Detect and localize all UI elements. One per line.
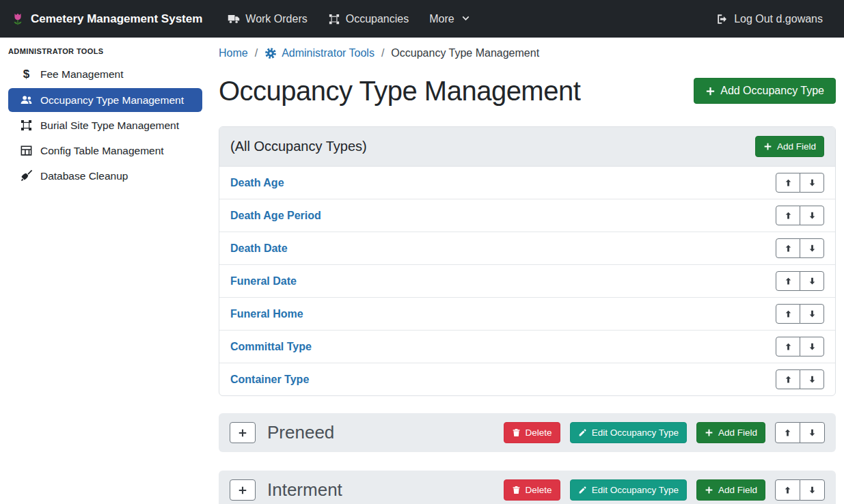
- reorder-group: [776, 369, 824, 389]
- move-up-button[interactable]: [776, 206, 800, 225]
- add-occupancy-type-button[interactable]: Add Occupancy Type: [694, 78, 836, 104]
- arrow-down-icon: [808, 375, 817, 384]
- arrow-down-icon: [808, 428, 817, 437]
- edit-occupancy-type-button[interactable]: Edit Occupancy Type: [570, 422, 687, 443]
- sidebar-item-label: Occupancy Type Management: [40, 94, 184, 107]
- plus-icon: [238, 486, 247, 495]
- nav-more[interactable]: More: [419, 13, 480, 25]
- dollar-icon: $: [20, 68, 33, 81]
- field-row: Funeral Home: [219, 298, 835, 331]
- plus-icon: [763, 142, 772, 151]
- move-down-button[interactable]: [800, 206, 824, 225]
- sidebar-item-label: Burial Site Type Management: [40, 120, 179, 132]
- sidebar-item-database-cleanup[interactable]: Database Cleanup: [8, 164, 202, 188]
- field-link[interactable]: Death Age: [230, 177, 284, 189]
- field-link[interactable]: Funeral Home: [230, 308, 303, 320]
- arrow-up-icon: [784, 178, 793, 187]
- reorder-group: [775, 479, 825, 501]
- add-occupancy-type-label: Add Occupancy Type: [720, 85, 824, 97]
- move-down-button[interactable]: [800, 271, 824, 291]
- move-down-button[interactable]: [800, 337, 824, 356]
- section-title: Preneed: [267, 422, 334, 443]
- arrow-up-icon: [784, 211, 793, 220]
- field-row: Committal Type: [219, 331, 835, 363]
- field-row: Death Age Period: [219, 199, 835, 232]
- table-icon: [20, 144, 33, 157]
- move-down-button[interactable]: [800, 238, 824, 258]
- arrow-up-icon: [784, 244, 793, 253]
- main-content: Home / Administrator Tools / Occupancy T…: [219, 38, 836, 504]
- frame-icon: [20, 119, 33, 132]
- arrow-down-icon: [808, 244, 817, 253]
- arrow-up-icon: [783, 486, 792, 494]
- expand-button[interactable]: [230, 422, 256, 443]
- field-link[interactable]: Committal Type: [230, 341, 312, 353]
- breadcrumb-admin-tools-link[interactable]: Administrator Tools: [264, 46, 375, 61]
- reorder-group: [776, 238, 824, 258]
- delete-button[interactable]: Delete: [504, 422, 560, 443]
- delete-button[interactable]: Delete: [504, 479, 560, 501]
- field-row: Container Type: [219, 363, 835, 395]
- nav-work-orders[interactable]: Work Orders: [217, 13, 317, 25]
- section-title: Interment: [267, 479, 342, 501]
- sidebar-item-label: Fee Management: [40, 68, 124, 81]
- edit-label: Edit Occupancy Type: [592, 428, 679, 438]
- move-up-button[interactable]: [776, 238, 800, 258]
- nav-occupancies[interactable]: Occupancies: [318, 13, 420, 25]
- card-header: (All Occupancy Types) Add Field: [219, 127, 835, 167]
- sidebar-item-burial-site-type-management[interactable]: Burial Site Type Management: [8, 113, 202, 137]
- sidebar-item-occupancy-type-management[interactable]: Occupancy Type Management: [8, 88, 202, 112]
- field-link[interactable]: Death Age Period: [230, 210, 321, 222]
- nav-occupancies-label: Occupancies: [346, 13, 409, 25]
- field-link[interactable]: Container Type: [230, 374, 309, 386]
- move-up-button[interactable]: [775, 422, 800, 443]
- app-brand[interactable]: Cemetery Management System: [11, 12, 202, 26]
- move-up-button[interactable]: [776, 369, 800, 389]
- arrow-up-icon: [784, 375, 793, 384]
- move-down-button[interactable]: [800, 479, 825, 501]
- arrow-down-icon: [808, 309, 817, 318]
- add-field-label: Add Field: [718, 428, 757, 438]
- reorder-group: [776, 304, 824, 324]
- breadcrumb-separator: /: [381, 46, 384, 61]
- move-down-button[interactable]: [800, 369, 824, 389]
- breadcrumb-separator: /: [255, 46, 258, 61]
- sidebar-heading: ADMINISTRATOR TOOLS: [0, 38, 210, 61]
- arrow-down-icon: [808, 178, 817, 187]
- move-up-button[interactable]: [775, 479, 800, 501]
- move-up-button[interactable]: [776, 304, 800, 324]
- add-field-button[interactable]: Add Field: [696, 479, 765, 501]
- move-down-button[interactable]: [800, 304, 824, 324]
- move-up-button[interactable]: [776, 271, 800, 291]
- broom-icon: [20, 169, 33, 182]
- field-link[interactable]: Death Date: [230, 242, 288, 255]
- edit-occupancy-type-button[interactable]: Edit Occupancy Type: [570, 479, 687, 501]
- nav-more-label: More: [429, 13, 454, 25]
- reorder-group: [776, 337, 824, 356]
- sidebar-item-fee-management[interactable]: $ Fee Management: [8, 62, 202, 87]
- logout-icon: [716, 13, 729, 25]
- arrow-down-icon: [808, 486, 817, 494]
- add-field-button[interactable]: Add Field: [755, 136, 824, 157]
- delete-label: Delete: [526, 428, 552, 438]
- move-up-button[interactable]: [776, 337, 800, 356]
- reorder-group: [775, 422, 825, 443]
- expand-button[interactable]: [230, 479, 256, 501]
- arrow-down-icon: [808, 211, 817, 220]
- truck-icon: [228, 13, 240, 25]
- move-up-button[interactable]: [776, 173, 800, 193]
- users-icon: [20, 94, 33, 107]
- page-header: Occupancy Type Management Add Occupancy …: [219, 74, 836, 107]
- sidebar: ADMINISTRATOR TOOLS $ Fee Management Occ…: [0, 38, 210, 189]
- sidebar-item-label: Database Cleanup: [40, 170, 128, 182]
- reorder-group: [776, 206, 824, 225]
- breadcrumb-home-link[interactable]: Home: [219, 46, 248, 61]
- chevron-down-icon: [461, 14, 470, 23]
- pencil-icon: [578, 486, 587, 494]
- add-field-button[interactable]: Add Field: [696, 422, 765, 443]
- field-link[interactable]: Funeral Date: [230, 275, 297, 288]
- sidebar-item-config-table-management[interactable]: Config Table Management: [8, 139, 202, 163]
- move-down-button[interactable]: [800, 173, 824, 193]
- logout-button[interactable]: Log Out d.gowans: [706, 13, 833, 25]
- move-down-button[interactable]: [800, 422, 825, 443]
